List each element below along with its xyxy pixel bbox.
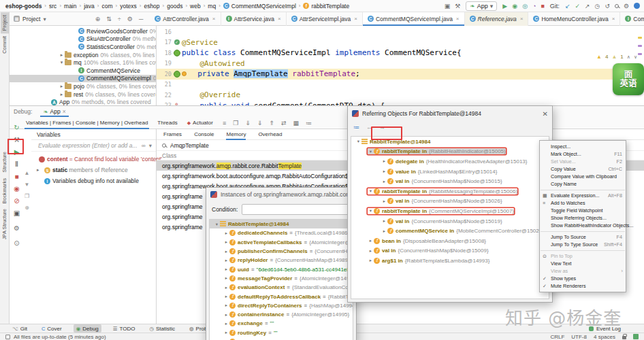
instance-field-row[interactable]: ▸ f exchange = "" xyxy=(210,319,353,328)
line-number[interactable]: 19 xyxy=(157,60,172,67)
chevron-down-icon[interactable]: ▾ xyxy=(149,142,152,149)
run-button[interactable]: ▶ xyxy=(502,3,507,10)
referrer-row[interactable]: ▾ f rabbitTemplate in {RabbitMessagingTe… xyxy=(351,186,549,197)
breadcrumb-item[interactable]: › main xyxy=(57,3,76,10)
stop-button[interactable]: ■ xyxy=(541,3,544,10)
debug-layout-tab[interactable]: Variables | Frames | Console | Memory | … xyxy=(23,117,150,129)
run-config-selector[interactable]: ❧ App ▾ xyxy=(466,1,497,11)
referrer-row[interactable]: ▸ f val in {ConcurrentHashMap$Node@15015… xyxy=(351,176,549,186)
breadcrumb-item[interactable]: › eshop xyxy=(137,3,160,10)
memory-tab[interactable]: Memory xyxy=(226,129,246,140)
project-tree-row[interactable]: A App 0% methods, 0% lines covered xyxy=(10,98,156,105)
tool-stripe-button[interactable]: Project xyxy=(1,12,9,33)
instance-field-row[interactable]: ▸ f replyHolder = {ConcurrentHashMap@149… xyxy=(210,256,353,265)
context-menu-item[interactable]: Jump To Type Source Shift+F4 xyxy=(540,241,626,248)
tree-expander-icon[interactable]: ▾ xyxy=(368,188,374,194)
code-editor[interactable]: 16 17 @Service 18 public class CommentMQ… xyxy=(157,26,644,105)
variable-row[interactable]: i Variables debug info not available xyxy=(31,175,156,186)
gutter-icon[interactable] xyxy=(172,39,182,45)
close-icon[interactable]: ✕ xyxy=(543,110,548,118)
locate-file-icon[interactable]: ⊕ xyxy=(95,16,101,22)
tree-expander-icon[interactable]: ▸ xyxy=(223,312,229,318)
tree-expander-icon[interactable]: ▸ xyxy=(223,275,229,281)
referrer-row[interactable]: ▸ f commentMQService in {MobileCommentCo… xyxy=(351,226,549,236)
editor-tab[interactable]: I AttrService.java × xyxy=(221,12,287,26)
context-menu-item[interactable] xyxy=(541,190,625,190)
tree-expander-icon[interactable]: ▸ xyxy=(223,231,229,236)
instance-field-row[interactable]: ▸ f routingKey = "" xyxy=(210,328,353,337)
indent-indicator[interactable]: 4 spaces xyxy=(594,334,615,340)
context-menu-item[interactable]: View Text xyxy=(540,260,626,267)
tool-stripe-button[interactable]: Commit xyxy=(1,33,9,56)
tree-expander-icon[interactable]: ▸ xyxy=(223,321,229,326)
gutter-icon[interactable] xyxy=(172,50,182,56)
tool-windows-icon[interactable]: ▣ xyxy=(445,3,451,10)
line-number[interactable]: 16 xyxy=(157,29,172,35)
intention-bulb-icon[interactable] xyxy=(182,71,187,76)
referring-dialog-title[interactable]: Referring Objects For RabbitTemplate@149… xyxy=(348,106,552,121)
line-number[interactable]: 18 xyxy=(157,50,172,56)
referrer-row[interactable]: ▸ f val in {ConcurrentHashMap$Node@15009… xyxy=(351,246,549,256)
tool-window-button[interactable]: ⌥ Git xyxy=(10,324,30,333)
tree-expander-icon[interactable]: ▸ xyxy=(381,179,387,184)
context-menu-item[interactable]: Show Referring Objects... xyxy=(540,214,626,222)
debug-button[interactable]: ◉ xyxy=(512,3,517,10)
code-line[interactable]: 23 public void sendComment(CommentDTO dt… xyxy=(157,101,644,106)
gutter-icon[interactable] xyxy=(172,71,182,78)
thread-dump-camera-icon[interactable]: ▣ xyxy=(12,207,22,219)
next-issue-icon[interactable]: ∨ xyxy=(634,54,637,60)
close-session-icon[interactable]: × xyxy=(63,108,66,115)
evaluate-expression-field[interactable]: Evaluate expression (Enter) or add a... … xyxy=(31,140,156,152)
instance-field-row[interactable]: ▸ f evaluationContext = {StandardEvaluat… xyxy=(210,283,353,292)
tree-expander-icon[interactable]: ▸ xyxy=(368,248,374,254)
tree-expander-icon[interactable]: ▸ xyxy=(223,249,229,254)
instance-field-row[interactable]: ▸ f uuid = "6ded61d4-5eb0-48b6-a531-cc49… xyxy=(210,265,353,273)
project-tree-row[interactable]: C SkuAttrController 0% methods, xyxy=(10,35,156,44)
context-menu-item[interactable]: Inspect... xyxy=(540,143,626,150)
settings-icon[interactable]: ⚙ xyxy=(624,3,629,10)
breadcrumb-item[interactable]: › com xyxy=(95,3,113,10)
editor-tab[interactable]: C HomeMenuController.java × xyxy=(528,12,620,26)
tree-expander-icon[interactable]: ▾ xyxy=(355,139,361,144)
tree-expander-icon[interactable]: ▸ xyxy=(381,169,387,174)
debug-layout-toolbar-icon[interactable]: ≡ xyxy=(223,120,226,126)
prev-issue-icon[interactable]: ∧ xyxy=(627,54,630,60)
context-menu-item[interactable]: Compare Value with Clipboard xyxy=(540,173,626,180)
code-line[interactable]: 18 public class CommentMQServiceImpl imp… xyxy=(157,48,644,58)
debug-layout-toolbar-icon[interactable]: ⇄ xyxy=(281,120,287,126)
breadcrumb-item[interactable]: › mq xyxy=(201,3,216,10)
close-tab-icon[interactable]: × xyxy=(520,16,524,22)
line-ending-indicator[interactable]: CRLF xyxy=(550,334,564,340)
debug-layout-toolbar-icon[interactable]: ⇑ xyxy=(269,120,274,126)
tree-expander-icon[interactable]: ▸ xyxy=(223,267,229,272)
tree-expander-icon[interactable]: ▸ xyxy=(223,303,229,308)
tree-expander-icon[interactable]: ▸ xyxy=(368,258,374,263)
instance-field-row[interactable]: ▸ f publisherConfirmChannels = {Concurre… xyxy=(210,247,353,256)
context-menu-item[interactable]: Mark Object... F11 xyxy=(540,150,626,158)
context-menu-item[interactable]: Set Value... F2 xyxy=(540,158,626,165)
referrer-row[interactable]: ▸ f val in {ConcurrentHashMap$Node@15019… xyxy=(351,216,549,226)
collapse-all-icon[interactable]: ÷ xyxy=(118,16,121,22)
breadcrumb-item[interactable]: eshop-goods xyxy=(5,3,42,10)
code-line[interactable]: 19 @Autowired xyxy=(157,58,644,69)
tree-expander-icon[interactable]: ▸ xyxy=(368,238,374,243)
line-number[interactable]: 21 xyxy=(157,81,172,88)
pin-tab-icon[interactable]: ⊙ xyxy=(12,237,22,249)
watch-infinity-icon[interactable]: ∞ xyxy=(142,142,146,149)
project-tool-header[interactable]: ▦ Project ▾ xyxy=(10,16,50,22)
tree-expander-icon[interactable]: ▸ xyxy=(59,92,65,97)
code-line[interactable]: 17 @Service xyxy=(157,37,644,48)
project-tree-row[interactable]: ▸ rest 0% classes, 0% lines covered xyxy=(10,90,156,99)
stop-debug-button[interactable]: ■ xyxy=(12,170,22,182)
tree-expander-icon[interactable]: ▸ xyxy=(59,84,65,89)
close-tab-icon[interactable]: × xyxy=(354,16,357,22)
line-number[interactable]: 22 xyxy=(157,92,172,99)
expand-collapse-icon[interactable]: ⇅ xyxy=(106,16,112,22)
tree-expander-icon[interactable]: ▸ xyxy=(381,158,387,164)
close-tab-icon[interactable]: × xyxy=(456,16,460,22)
code-line[interactable]: 20 private AmqpTemplate rabbitTemplate; xyxy=(157,69,644,80)
project-tree-row[interactable]: ▸ exception 0% classes, 0% lines cov xyxy=(10,51,156,59)
instance-field-row[interactable]: ▸ f defaultReplyToAddressCallback = {Rab… xyxy=(210,292,353,301)
tree-expander-icon[interactable]: ▸ xyxy=(59,52,65,58)
profiler-button[interactable]: ◔ xyxy=(532,3,536,10)
